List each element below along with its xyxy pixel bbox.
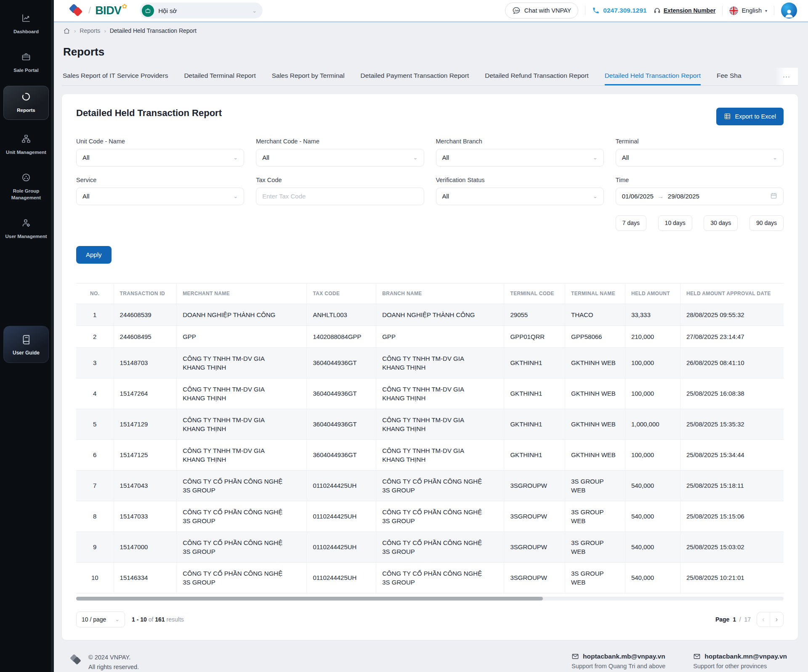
- filter-terminal: Terminal All ⌄: [616, 138, 784, 167]
- sidebar-item-label: Role Group Management: [4, 188, 48, 201]
- support-email[interactable]: hoptacbank.mn@vnpay.vn: [704, 653, 787, 660]
- tax-code-input[interactable]: [262, 193, 417, 200]
- dashboard-icon: [21, 13, 31, 25]
- sidebar-item-user-guide[interactable]: User Guide: [3, 326, 49, 363]
- sidebar: Dashboard Sale Portal Reports Unit Manag…: [0, 0, 54, 672]
- scrollbar-thumb[interactable]: [76, 597, 543, 601]
- tab-sales-report-of-it-service-providers[interactable]: Sales Report of IT Service Providers: [63, 68, 168, 85]
- table-row: 2 244608495 GPP 1402088084GPP GPP GPP01Q…: [76, 325, 784, 347]
- copyright-text: © 2024 VNPAY.: [88, 653, 139, 662]
- headset-icon: [654, 7, 661, 14]
- column-header-held-amount: HELD AMOUNT: [625, 283, 680, 304]
- chevron-down-icon: ⌄: [115, 616, 120, 622]
- sidebar-item-unit-management[interactable]: Unit Management: [3, 129, 49, 160]
- excel-icon: [724, 113, 731, 120]
- sidebar-item-sale-portal[interactable]: Sale Portal: [3, 47, 49, 78]
- filter-label: Time: [616, 177, 784, 183]
- more-tabs-button[interactable]: ···: [775, 68, 798, 85]
- page-nav: ‹ ›: [757, 612, 784, 627]
- hotline-number: 0247.309.1291: [603, 7, 646, 14]
- extension-number-link[interactable]: Extension Number: [654, 7, 716, 14]
- zalo-icon: Zalo: [512, 6, 521, 15]
- column-header-terminal-name: TERMINAL NAME: [565, 283, 625, 304]
- sidebar-item-reports[interactable]: Reports: [3, 86, 49, 119]
- selected-value: All: [262, 154, 413, 161]
- support-email[interactable]: hoptacbank.mb@vnpay.vn: [583, 653, 665, 660]
- selected-value: All: [442, 193, 593, 200]
- support-contact-north: hoptacbank.mb@vnpay.vn Support from Quan…: [571, 653, 665, 669]
- page-size-select[interactable]: 10 / page ⌄: [76, 611, 125, 627]
- breadcrumb-current: Detailed Held Transaction Report: [110, 27, 197, 34]
- organization-selector[interactable]: Hội sở ⌄: [140, 3, 263, 19]
- extension-number-label: Extension Number: [664, 7, 716, 14]
- quick-range-button-90-days[interactable]: 90 days: [750, 215, 784, 231]
- service-select[interactable]: All ⌄: [76, 188, 244, 205]
- chevron-down-icon: ⌄: [233, 193, 238, 199]
- results-of: of: [149, 616, 154, 623]
- filter-service: Service All ⌄: [76, 177, 244, 205]
- filter-merchant-code: Merchant Code - Name All ⌄: [256, 138, 424, 167]
- date-to[interactable]: 29/08/2025: [668, 193, 770, 200]
- chat-with-vnpay-button[interactable]: Zalo Chat with VNPAY: [505, 3, 578, 19]
- verification-status-select[interactable]: All ⌄: [436, 188, 604, 205]
- tab-fee-sha[interactable]: Fee Sha: [717, 68, 742, 85]
- brand-separator: /: [88, 5, 91, 16]
- breadcrumb: › Reports › Detailed Held Transaction Re…: [54, 22, 808, 34]
- quick-range-button-30-days[interactable]: 30 days: [704, 215, 738, 231]
- filters: Unit Code - Name All ⌄ Merchant Code - N…: [76, 138, 784, 231]
- column-header-merchant-name: MERCHANT NAME: [177, 283, 307, 304]
- quick-range-button-10-days[interactable]: 10 days: [658, 215, 692, 231]
- home-icon[interactable]: [63, 27, 70, 34]
- mail-icon: [693, 653, 701, 660]
- support-note: Support from Quang Tri and above: [571, 663, 665, 669]
- divider: [774, 6, 774, 15]
- support-contact-south: hoptacbank.mn@vnpay.vn Support for other…: [693, 653, 787, 669]
- filter-label: Service: [76, 177, 244, 183]
- previous-page-button[interactable]: ‹: [757, 612, 770, 627]
- date-from[interactable]: 01/06/2025: [622, 193, 654, 200]
- tab-detailed-payment-transaction-report[interactable]: Detailed Payment Transaction Report: [361, 68, 469, 85]
- terminal-select[interactable]: All ⌄: [616, 149, 784, 167]
- filter-time: Time 01/06/2025 → 29/08/2025: [616, 177, 784, 205]
- tab-sales-report-by-terminal[interactable]: Sales Report by Terminal: [272, 68, 345, 85]
- sidebar-item-user-management[interactable]: User Management: [3, 213, 49, 244]
- filter-label: Unit Code - Name: [76, 138, 244, 145]
- apply-button[interactable]: Apply: [76, 246, 112, 264]
- next-page-button[interactable]: ›: [770, 612, 783, 627]
- chevron-right-icon: ›: [74, 28, 76, 34]
- phone-icon: [592, 7, 600, 14]
- table-row: 4 15147264 CÔNG TY TNHH TM-DV GIA KHANG …: [76, 378, 784, 409]
- tab-detailed-refund-transaction-report[interactable]: Detailed Refund Transaction Report: [485, 68, 588, 85]
- merchant-branch-select[interactable]: All ⌄: [436, 149, 604, 167]
- chevron-down-icon: ⌄: [593, 154, 598, 161]
- export-button-label: Export to Excel: [735, 113, 776, 120]
- sidebar-item-label: Sale Portal: [13, 67, 38, 74]
- role-group-icon: [21, 172, 31, 184]
- filter-label: Terminal: [616, 138, 784, 145]
- reports-icon: [21, 92, 31, 103]
- sidebar-item-role-group-management[interactable]: Role Group Management: [3, 168, 49, 206]
- chat-button-label: Chat with VNPAY: [524, 7, 571, 14]
- horizontal-scrollbar: [76, 597, 784, 601]
- divider: [722, 6, 723, 15]
- sidebar-item-dashboard[interactable]: Dashboard: [3, 8, 49, 40]
- merchant-code-select[interactable]: All ⌄: [256, 149, 424, 167]
- user-avatar[interactable]: [781, 3, 797, 19]
- page-title: Reports: [63, 45, 798, 58]
- column-header-approval-date: HELD AMOUNT APPROVAL DATE: [680, 283, 784, 304]
- page-footer: © 2024 VNPAY. All rights reserved. hopta…: [62, 640, 798, 672]
- date-range-picker[interactable]: 01/06/2025 → 29/08/2025: [616, 188, 784, 205]
- organization-label: Hội sở: [158, 7, 248, 14]
- unit-code-select[interactable]: All ⌄: [76, 149, 244, 167]
- language-selector[interactable]: English ▾: [729, 6, 767, 15]
- quick-range-button-7-days[interactable]: 7 days: [616, 215, 646, 231]
- export-to-excel-button[interactable]: Export to Excel: [716, 108, 784, 125]
- arrow-right-icon: →: [658, 193, 664, 200]
- hotline-phone[interactable]: 0247.309.1291: [592, 7, 646, 14]
- tab-detailed-terminal-report[interactable]: Detailed Terminal Report: [184, 68, 255, 85]
- results-range: 1 - 10: [132, 616, 147, 623]
- tab-detailed-held-transaction-report[interactable]: Detailed Held Transaction Report: [605, 68, 701, 85]
- brand-logo: / BIDV ✿: [70, 3, 127, 18]
- table-row: 1 244608539 DOANH NGHIỆP THÀNH CÔNG ANHL…: [76, 304, 784, 325]
- breadcrumb-reports[interactable]: Reports: [80, 27, 100, 34]
